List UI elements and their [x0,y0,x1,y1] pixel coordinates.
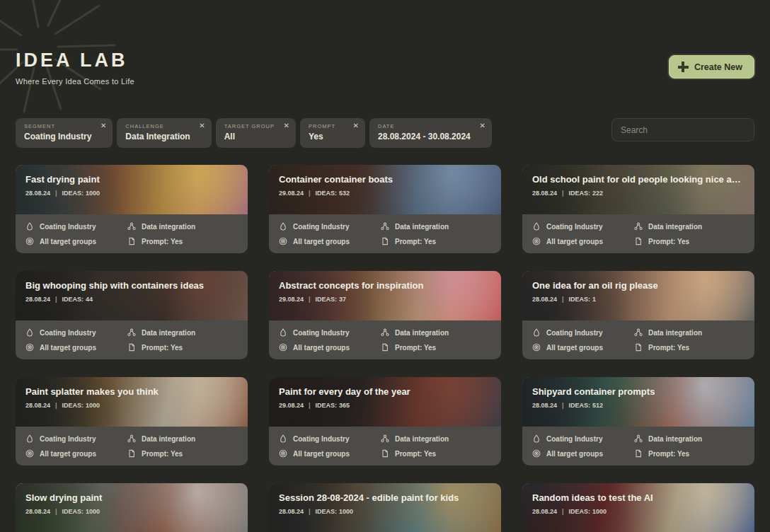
meta-target-group-label: All target groups [40,238,96,245]
stats-separator: | [562,190,564,197]
meta-target-group: All target groups [532,343,634,352]
meta-challenge: Data integration [127,434,238,443]
meta-prompt-label: Prompt: Yes [648,344,689,352]
idea-card-stats: 28.08.24 | IDEAS: 1000 [25,508,238,515]
meta-challenge-label: Data integration [648,223,702,231]
idea-card-title: Paint for every day of the year [279,386,491,397]
idea-card[interactable]: Container container boats 29.08.24 | IDE… [269,165,501,253]
filter-chip-label: DATE [378,123,471,129]
idea-card[interactable]: Paint for every day of the year 29.08.24… [269,377,501,466]
ideas-count-value: 365 [339,402,350,409]
meta-prompt: Prompt: Yes [381,449,491,458]
meta-target-group: All target groups [279,237,381,245]
filter-chip[interactable]: DATE 28.08.2024 - 30.08.2024 ✕ [369,118,492,148]
idea-card-banner-image: Container container boats 29.08.24 | IDE… [269,165,501,214]
idea-card[interactable]: Abstract concepts for inspiration 29.08.… [269,271,501,359]
idea-card-stats: 29.08.24 | IDEAS: 37 [279,296,491,303]
idea-card-title: Random ideas to test the AI [532,492,745,503]
idea-card-banner-image: Session 28-08-2024 - edible paint for ki… [269,483,501,532]
filter-chips: SEGMENT Coating Industry ✕ CHALLENGE Dat… [16,118,492,148]
meta-challenge: Data integration [634,434,745,443]
idea-card-date: 28.08.24 [279,508,304,515]
ideas-count-value: 1000 [592,508,607,515]
idea-card[interactable]: Paint splatter makes you think 28.08.24 … [16,377,248,466]
ideas-count-label: IDEAS: [569,190,591,197]
meta-target-group-label: All target groups [546,450,603,458]
idea-card-title: Abstract concepts for inspiration [279,280,491,291]
idea-card-stats: 28.08.24 | IDEAS: 222 [532,190,745,197]
idea-card-stats: 28.08.24 | IDEAS: 1000 [279,508,491,515]
ideas-count-value: 1000 [86,402,100,409]
idea-card[interactable]: Random ideas to test the AI 28.08.24 | I… [522,483,754,532]
idea-card-date: 29.08.24 [279,190,304,197]
meta-target-group: All target groups [279,343,381,352]
idea-card-title: Slow drying paint [25,492,238,503]
idea-card[interactable]: Big whooping ship with containers ideas … [16,271,248,359]
meta-target-group: All target groups [25,237,127,245]
stats-separator: | [309,508,311,515]
meta-prompt-label: Prompt: Yes [648,238,689,245]
data-integration-icon [127,434,136,443]
meta-challenge-label: Data integration [395,435,449,443]
meta-target-group: All target groups [279,449,381,458]
idea-card-date: 28.08.24 [532,296,557,303]
coating-industry-icon [532,328,541,337]
meta-prompt-label: Prompt: Yes [395,238,436,245]
close-icon[interactable]: ✕ [479,122,485,129]
idea-card-meta: Coating Industry Data integration All ta… [522,214,754,253]
coating-industry-icon [532,222,541,231]
filter-chip[interactable]: PROMPT Yes ✕ [300,118,365,148]
meta-prompt: Prompt: Yes [634,449,745,458]
idea-card-meta: Coating Industry Data integration All ta… [269,214,501,253]
meta-target-group-label: All target groups [293,238,350,245]
create-new-button[interactable]: Create New [669,55,754,79]
ideas-count-value: 44 [86,296,93,303]
coating-industry-icon [279,434,287,443]
ideas-count-value: 1000 [339,508,353,515]
idea-card-stats: 28.08.24 | IDEAS: 1000 [532,508,745,515]
idea-card-meta: Coating Industry Data integration All ta… [16,320,248,359]
idea-card[interactable]: Shipyard container prompts 28.08.24 | ID… [522,377,754,466]
filter-chip[interactable]: TARGET GROUP All ✕ [216,118,296,148]
meta-prompt: Prompt: Yes [127,343,238,352]
filter-chip[interactable]: SEGMENT Coating Industry ✕ [16,118,113,148]
idea-card-banner-image: Paint splatter makes you think 28.08.24 … [16,377,248,427]
prompt-icon [381,449,389,458]
idea-card[interactable]: Fast drying paint 28.08.24 | IDEAS: 1000… [16,165,248,253]
filter-chip[interactable]: CHALLENGE Data Integration ✕ [117,118,211,148]
meta-challenge: Data integration [127,222,238,231]
target-groups-icon [279,237,287,245]
idea-card[interactable]: Old school paint for old people looking … [522,165,754,253]
target-groups-icon [25,449,34,458]
stats-separator: | [562,508,564,515]
idea-card-stats: 28.08.24 | IDEAS: 1000 [25,190,238,197]
close-icon[interactable]: ✕ [100,122,106,129]
idea-card-title: Session 28-08-2024 - edible paint for ki… [279,492,491,503]
idea-card-banner-image: One idea for an oil rig please 28.08.24 … [522,271,754,320]
target-groups-icon [532,343,541,352]
meta-segment-label: Coating Industry [40,223,96,231]
idea-card-title: Container container boats [279,174,491,185]
idea-card[interactable]: One idea for an oil rig please 28.08.24 … [522,271,754,359]
target-groups-icon [279,449,287,458]
prompt-icon [127,449,136,458]
data-integration-icon [127,328,136,337]
idea-card-meta: Coating Industry Data integration All ta… [16,427,248,466]
idea-card-date: 28.08.24 [532,508,557,515]
filter-chip-value: Data Integration [125,132,190,141]
idea-card[interactable]: Slow drying paint 28.08.24 | IDEAS: 1000… [16,483,248,532]
idea-card-banner-image: Abstract concepts for inspiration 29.08.… [269,271,501,320]
meta-segment: Coating Industry [279,222,381,231]
close-icon[interactable]: ✕ [353,122,359,129]
meta-challenge-label: Data integration [395,329,449,337]
idea-card-date: 28.08.24 [532,402,557,409]
close-icon[interactable]: ✕ [199,122,205,129]
search-input[interactable] [611,118,754,141]
close-icon[interactable]: ✕ [284,122,289,129]
coating-industry-icon [279,328,287,337]
stats-separator: | [55,296,57,303]
filter-chip-label: SEGMENT [24,123,91,129]
idea-card[interactable]: Session 28-08-2024 - edible paint for ki… [269,483,501,532]
meta-prompt: Prompt: Yes [127,449,238,458]
idea-card-stats: 28.08.24 | IDEAS: 512 [532,402,745,409]
